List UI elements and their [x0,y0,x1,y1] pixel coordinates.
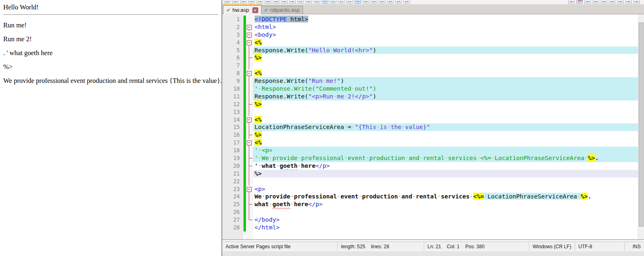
word-wrap-icon[interactable] [354,0,361,4]
code-line[interactable]: 12%> [222,100,644,108]
fold-collapse-icon[interactable] [246,185,253,193]
sync-horizontal-icon[interactable] [379,0,385,4]
fold-guide [246,162,253,170]
replace-icon[interactable] [330,0,336,4]
tab-rdipardo-asp[interactable]: ✔ rdipardo.asp [261,6,303,14]
code-line[interactable]: 7 [222,62,644,69]
folder-as-workspace-icon[interactable] [601,0,607,4]
code-line[interactable]: 18'·<p> [222,147,644,154]
code-text: </html> [253,224,638,232]
vertical-scrollbar[interactable] [638,14,644,239]
macro-play-icon[interactable] [403,0,410,4]
line-number: 4 [222,39,243,47]
code-line[interactable]: 17<% [222,139,644,147]
code-line[interactable]: 24We·provide·professional·event·producti… [222,193,644,200]
macro-record-icon[interactable] [387,0,394,4]
line-number: 5 [222,47,243,54]
tab-hw-asp[interactable]: ✔ hw.asp ✕ [223,4,261,14]
fold-collapse-icon[interactable] [246,69,253,77]
close-all-icon[interactable] [265,0,271,4]
function-list-icon[interactable] [568,0,575,4]
show-all-characters-icon[interactable] [576,0,583,4]
line-number: 20 [222,162,243,170]
code-line[interactable]: 8<% [222,69,644,77]
scrollbar-thumb[interactable] [639,22,644,227]
save-file-icon[interactable] [240,0,247,4]
line-number: 26 [222,208,243,216]
code-line[interactable]: 2<html> [222,23,644,31]
line-number: 24 [222,193,243,200]
open-file-icon[interactable] [232,0,239,4]
fold-collapse-icon[interactable] [246,139,253,147]
monitoring-icon[interactable] [609,0,615,4]
copy-icon[interactable] [289,0,296,4]
save-all-icon[interactable] [248,0,255,4]
code-line[interactable]: 1<!DOCTYPE·html> [222,16,644,23]
paste-icon[interactable] [297,0,304,4]
zoom-in-icon[interactable] [338,0,345,4]
saved-check-icon: ✔ [264,8,268,13]
code-line[interactable]: 26 [222,208,644,216]
zoom-out-icon[interactable] [346,0,353,4]
document-switcher-icon[interactable] [593,0,599,4]
code-line[interactable]: 28</html> [222,224,644,232]
code-text: Response.Write("<p>Run·me·2!</p>") [253,93,638,100]
code-text: '·<p> [253,147,638,154]
tab-bar: ✔ hw.asp ✕ ✔ rdipardo.asp [222,4,644,14]
code-line[interactable]: 23<p> [222,185,644,193]
code-line[interactable]: 27</body> [222,216,644,224]
code-editor[interactable]: 1<!DOCTYPE·html>2<html>3<body>4<%5Respon… [222,14,644,239]
fold-guide [246,193,253,200]
plugin-c-icon[interactable] [633,0,640,4]
code-line[interactable]: 9Response.Write("Run·me!") [222,77,644,85]
fold-collapse-icon[interactable] [246,23,253,31]
print-icon[interactable] [273,0,279,4]
status-encoding[interactable]: UTF-8 [575,242,625,251]
fold-collapse-icon[interactable] [246,116,253,124]
new-document-icon[interactable] [224,0,230,4]
tab-close-icon[interactable]: ✕ [252,7,258,13]
code-line[interactable]: 5Response.Write("Hello·World!<hr>") [222,47,644,54]
fold-guide [246,154,253,162]
toolbar-group-left [224,0,410,4]
document-map-icon[interactable] [584,0,591,4]
code-line[interactable]: 22 [222,178,644,185]
code-line[interactable]: 10'·Response.Write("Commented·out!") [222,85,644,93]
sync-vertical-icon[interactable] [371,0,377,4]
plugin-b-icon[interactable] [625,0,632,4]
code-line[interactable]: 21%> [222,170,644,178]
undo-icon[interactable] [305,0,312,4]
macro-stop-icon[interactable] [395,0,402,4]
code-line[interactable]: 20'·what·goeth·here</p> [222,162,644,170]
code-line[interactable]: 25what·goeth·here</p> [222,200,644,208]
status-eol-format[interactable]: Windows (CR LF) [529,242,575,251]
status-insert-mode[interactable]: INS [625,242,644,251]
line-number: 9 [222,77,243,85]
plugin-a-icon[interactable] [617,0,624,4]
code-area[interactable]: 1<!DOCTYPE·html>2<html>3<body>4<%5Respon… [222,16,644,232]
code-text: '·We·provide·professional·event·producti… [253,154,638,162]
code-line[interactable]: 16%> [222,131,644,139]
line-number: 7 [222,62,243,69]
browser-output-pane: Hello World! Run me! Run me 2! . ' what … [0,0,221,256]
code-text: </body> [253,216,638,224]
code-text: <p> [253,185,638,193]
code-line[interactable]: 4<% [222,39,644,47]
code-line[interactable]: 14<% [222,116,644,124]
code-text: '·what·goeth·here</p> [253,162,638,170]
code-line[interactable]: 11Response.Write("<p>Run·me·2!</p>") [222,93,644,100]
fold-collapse-icon[interactable] [246,31,253,39]
show-indent-guide-icon[interactable] [363,0,369,4]
fold-collapse-icon[interactable] [246,39,253,47]
redo-icon[interactable] [314,0,320,4]
line-number: 12 [222,100,243,108]
code-text [253,178,638,185]
close-file-icon[interactable] [257,0,263,4]
code-line[interactable]: 6%> [222,54,644,62]
code-line[interactable]: 19'·We·provide·professional·event·produc… [222,154,644,162]
code-line[interactable]: 3<body> [222,31,644,39]
code-line[interactable]: 15LocationPhraseServiceArea·=·"{This·is·… [222,123,644,131]
find-icon[interactable] [322,0,328,4]
cut-icon[interactable] [281,0,288,4]
code-line[interactable]: 13 [222,108,644,116]
